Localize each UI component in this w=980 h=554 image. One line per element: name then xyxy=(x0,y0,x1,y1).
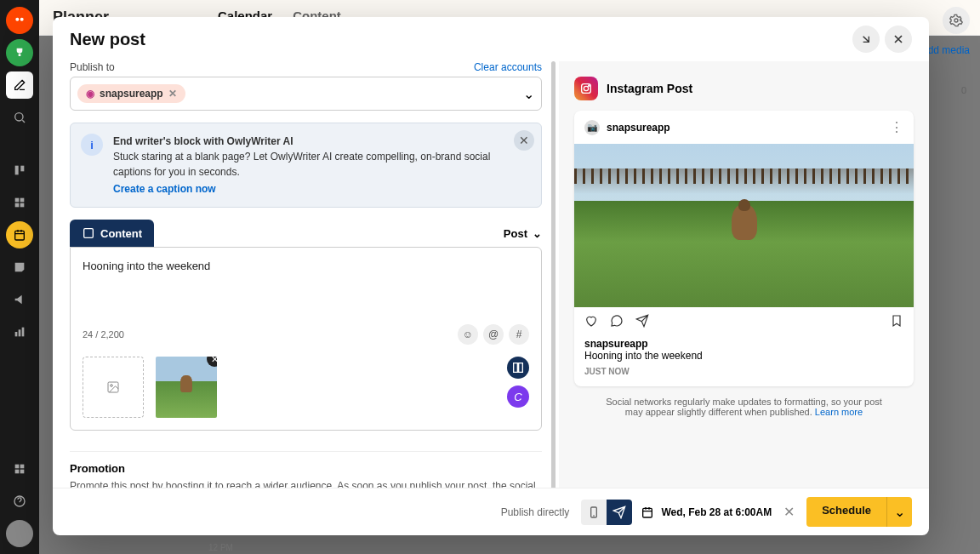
publish-mode-toggle xyxy=(581,500,632,525)
svg-rect-5 xyxy=(15,198,20,203)
ai-banner-cta[interactable]: Create a caption now xyxy=(113,181,216,197)
preview-title: Instagram Post xyxy=(607,82,692,95)
svg-rect-11 xyxy=(19,329,21,336)
modal-title: New post xyxy=(70,30,847,49)
publish-to-label: Publish to xyxy=(70,61,115,73)
learn-more-link[interactable]: Learn more xyxy=(815,407,863,417)
ads-icon[interactable] xyxy=(6,286,33,313)
search-icon[interactable] xyxy=(6,104,33,131)
settings-button[interactable] xyxy=(943,7,970,34)
emoji-button[interactable]: ☺ xyxy=(458,324,478,345)
help-icon[interactable] xyxy=(6,488,33,515)
logo-icon[interactable] xyxy=(6,7,33,34)
svg-rect-15 xyxy=(15,470,20,474)
minimize-button[interactable] xyxy=(852,26,880,53)
svg-rect-13 xyxy=(15,465,20,469)
account-selector[interactable]: ◉ snapsureapp ✕ ⌄ xyxy=(70,77,542,111)
modal-header: New post xyxy=(53,17,929,61)
instagram-icon: ◉ xyxy=(86,88,94,100)
remove-account-icon[interactable]: ✕ xyxy=(168,88,177,100)
instagram-badge-icon xyxy=(574,77,598,100)
composer-column: Publish to Clear accounts ◉ snapsureapp … xyxy=(53,61,559,488)
user-avatar[interactable] xyxy=(6,520,33,547)
promotion-heading: Promotion xyxy=(70,462,542,475)
svg-point-0 xyxy=(15,18,19,21)
like-icon[interactable] xyxy=(584,314,598,331)
composer-textarea[interactable]: Hooning into the weekend xyxy=(83,260,529,319)
ai-banner-title: End writer's block with OwlyWriter AI xyxy=(113,134,531,149)
content-tab[interactable]: Content xyxy=(70,220,154,247)
analytics-icon[interactable] xyxy=(6,318,33,346)
mention-button[interactable]: @ xyxy=(483,324,504,345)
add-media-tile[interactable] xyxy=(83,357,144,418)
instagram-preview-card: 📷 snapsureapp ⋮ snapsureapp Hooning int xyxy=(574,111,914,386)
svg-rect-14 xyxy=(20,465,25,469)
left-sidebar xyxy=(0,0,39,554)
info-icon: i xyxy=(81,134,103,156)
post-type-dropdown[interactable]: Post ⌄ xyxy=(504,227,542,240)
planner-icon[interactable] xyxy=(6,221,33,248)
preview-caption-text: Hooning into the weekend xyxy=(584,350,703,362)
trophy-icon[interactable] xyxy=(6,39,33,66)
bookmark-icon[interactable] xyxy=(890,314,903,331)
new-post-modal: New post Publish to Clear accounts ◉ sna… xyxy=(53,17,929,535)
modal-footer: Publish directly Wed, Feb 28 at 6:00AM ✕… xyxy=(53,488,929,535)
svg-point-2 xyxy=(15,113,23,121)
svg-rect-12 xyxy=(22,328,25,337)
canva-button[interactable]: C xyxy=(507,386,529,408)
svg-point-18 xyxy=(954,19,958,22)
svg-rect-3 xyxy=(15,166,19,175)
svg-rect-9 xyxy=(15,231,25,240)
close-button[interactable] xyxy=(885,26,912,53)
preview-avatar: 📷 xyxy=(584,120,600,135)
media-library-button[interactable] xyxy=(507,357,529,379)
svg-point-24 xyxy=(589,85,590,86)
svg-rect-6 xyxy=(20,198,25,203)
svg-rect-26 xyxy=(643,508,652,517)
scrollbar-thumb[interactable] xyxy=(551,61,556,488)
grid-icon[interactable] xyxy=(6,455,33,483)
svg-point-23 xyxy=(584,86,588,90)
svg-rect-8 xyxy=(20,203,25,208)
compose-icon[interactable] xyxy=(6,71,33,99)
svg-point-1 xyxy=(20,18,24,21)
svg-point-21 xyxy=(111,385,113,387)
media-thumbnail[interactable]: ✕ xyxy=(156,357,217,418)
clear-accounts-link[interactable]: Clear accounts xyxy=(474,61,542,73)
account-chip: ◉ snapsureapp ✕ xyxy=(77,84,185,103)
streams-icon[interactable] xyxy=(6,157,33,184)
hashtag-button[interactable]: # xyxy=(509,324,529,345)
clear-schedule-icon[interactable]: ✕ xyxy=(780,500,798,523)
chevron-down-icon[interactable]: ⌄ xyxy=(523,86,534,102)
remove-media-icon[interactable]: ✕ xyxy=(207,357,217,367)
preview-column: Instagram Post 📷 snapsureapp ⋮ xyxy=(559,61,929,488)
inbox-icon[interactable] xyxy=(6,254,33,281)
ai-banner-close[interactable]: ✕ xyxy=(514,130,534,151)
count-display: 0 xyxy=(961,85,966,95)
schedule-date-picker[interactable]: Wed, Feb 28 at 6:00AM xyxy=(641,505,772,519)
chevron-down-icon: ⌄ xyxy=(533,227,542,240)
comment-icon[interactable] xyxy=(610,314,624,331)
schedule-button[interactable]: Schedule xyxy=(806,497,886,527)
preview-timestamp: JUST NOW xyxy=(584,367,903,376)
preview-disclaimer: Social networks regularly make updates t… xyxy=(574,386,914,427)
composer-box: Hooning into the weekend 24 / 2,200 ☺ @ … xyxy=(70,247,542,431)
preview-caption-user: snapsureapp xyxy=(584,338,903,350)
preview-image xyxy=(574,144,914,307)
promotion-section: Promotion Promote this post by boosting … xyxy=(70,451,542,488)
char-count: 24 / 2,200 xyxy=(83,329,124,340)
schedule-dropdown[interactable]: ⌄ xyxy=(886,497,912,527)
direct-mode-button[interactable] xyxy=(607,500,632,525)
share-icon[interactable] xyxy=(635,314,649,331)
svg-rect-19 xyxy=(84,229,94,238)
preview-username-top: snapsureapp xyxy=(607,122,670,134)
calendar-time: 12 PM xyxy=(208,543,233,552)
apps-icon[interactable] xyxy=(6,189,33,216)
svg-rect-16 xyxy=(20,470,25,474)
mobile-mode-button[interactable] xyxy=(581,500,607,525)
promotion-body: Promote this post by boosting it to reac… xyxy=(70,478,542,488)
ai-writer-banner: i End writer's block with OwlyWriter AI … xyxy=(70,123,542,208)
svg-rect-7 xyxy=(15,203,20,208)
preview-more-icon[interactable]: ⋮ xyxy=(890,119,903,135)
svg-rect-4 xyxy=(20,166,24,172)
